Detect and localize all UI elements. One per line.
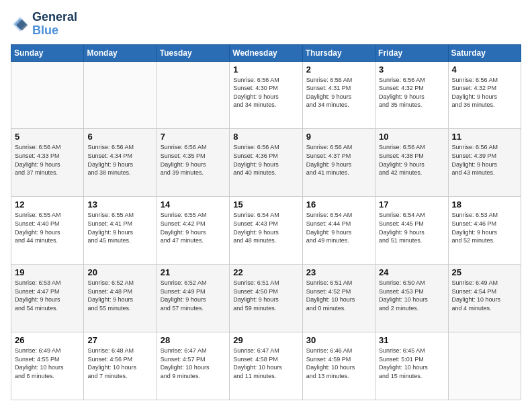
day-cell-12: 12Sunrise: 6:55 AM Sunset: 4:40 PM Dayli… <box>11 197 84 265</box>
day-cell-6: 6Sunrise: 6:56 AM Sunset: 4:34 PM Daylig… <box>84 129 157 197</box>
day-info-22: Sunrise: 6:51 AM Sunset: 4:50 PM Dayligh… <box>233 279 298 312</box>
day-cell-27: 27Sunrise: 6:48 AM Sunset: 4:56 PM Dayli… <box>84 332 157 400</box>
day-cell-17: 17Sunrise: 6:54 AM Sunset: 4:45 PM Dayli… <box>375 197 448 265</box>
day-number-22: 22 <box>233 267 298 277</box>
day-number-13: 13 <box>87 199 152 210</box>
day-number-11: 11 <box>452 132 517 142</box>
day-number-29: 29 <box>233 335 298 345</box>
empty-cell <box>448 332 521 400</box>
empty-cell <box>11 61 84 129</box>
day-number-20: 20 <box>87 267 152 277</box>
day-cell-9: 9Sunrise: 6:56 AM Sunset: 4:37 PM Daylig… <box>302 129 375 197</box>
weekday-header-wednesday: Wednesday <box>230 44 302 61</box>
day-cell-5: 5Sunrise: 6:56 AM Sunset: 4:33 PM Daylig… <box>11 129 84 197</box>
weekday-header-saturday: Saturday <box>448 44 521 61</box>
day-number-23: 23 <box>306 267 371 277</box>
day-info-3: Sunrise: 6:56 AM Sunset: 4:32 PM Dayligh… <box>379 76 444 109</box>
day-cell-11: 11Sunrise: 6:56 AM Sunset: 4:39 PM Dayli… <box>448 129 521 197</box>
day-info-26: Sunrise: 6:49 AM Sunset: 4:55 PM Dayligh… <box>15 347 80 380</box>
day-number-8: 8 <box>233 132 298 142</box>
day-info-6: Sunrise: 6:56 AM Sunset: 4:34 PM Dayligh… <box>87 143 152 177</box>
day-info-16: Sunrise: 6:54 AM Sunset: 4:44 PM Dayligh… <box>306 211 371 244</box>
week-row-1: 1Sunrise: 6:56 AM Sunset: 4:30 PM Daylig… <box>11 61 521 129</box>
day-number-2: 2 <box>306 64 371 75</box>
day-cell-26: 26Sunrise: 6:49 AM Sunset: 4:55 PM Dayli… <box>11 332 84 400</box>
day-info-11: Sunrise: 6:56 AM Sunset: 4:39 PM Dayligh… <box>452 143 517 177</box>
day-info-20: Sunrise: 6:52 AM Sunset: 4:48 PM Dayligh… <box>87 279 152 312</box>
day-cell-25: 25Sunrise: 6:49 AM Sunset: 4:54 PM Dayli… <box>448 265 521 332</box>
day-number-1: 1 <box>233 64 298 75</box>
day-number-25: 25 <box>452 267 517 277</box>
day-info-10: Sunrise: 6:56 AM Sunset: 4:38 PM Dayligh… <box>379 143 444 177</box>
day-cell-18: 18Sunrise: 6:53 AM Sunset: 4:46 PM Dayli… <box>448 197 521 265</box>
day-number-4: 4 <box>452 64 517 75</box>
day-number-15: 15 <box>233 199 298 210</box>
weekday-header-monday: Monday <box>84 44 157 61</box>
day-cell-23: 23Sunrise: 6:51 AM Sunset: 4:52 PM Dayli… <box>302 265 375 332</box>
day-info-30: Sunrise: 6:46 AM Sunset: 4:59 PM Dayligh… <box>306 347 371 380</box>
day-number-3: 3 <box>379 64 444 75</box>
week-row-2: 5Sunrise: 6:56 AM Sunset: 4:33 PM Daylig… <box>11 129 521 197</box>
day-number-18: 18 <box>452 199 517 210</box>
day-cell-7: 7Sunrise: 6:56 AM Sunset: 4:35 PM Daylig… <box>157 129 229 197</box>
day-info-4: Sunrise: 6:56 AM Sunset: 4:32 PM Dayligh… <box>452 76 517 109</box>
day-cell-19: 19Sunrise: 6:53 AM Sunset: 4:47 PM Dayli… <box>11 265 84 332</box>
day-cell-21: 21Sunrise: 6:52 AM Sunset: 4:49 PM Dayli… <box>157 265 229 332</box>
day-cell-2: 2Sunrise: 6:56 AM Sunset: 4:31 PM Daylig… <box>302 61 375 129</box>
day-cell-4: 4Sunrise: 6:56 AM Sunset: 4:32 PM Daylig… <box>448 61 521 129</box>
day-number-12: 12 <box>15 199 80 210</box>
day-cell-30: 30Sunrise: 6:46 AM Sunset: 4:59 PM Dayli… <box>302 332 375 400</box>
day-info-12: Sunrise: 6:55 AM Sunset: 4:40 PM Dayligh… <box>15 211 80 244</box>
day-info-15: Sunrise: 6:54 AM Sunset: 4:43 PM Dayligh… <box>233 211 298 244</box>
logo-text: General Blue <box>32 11 77 38</box>
logo-icon <box>11 15 30 34</box>
day-info-9: Sunrise: 6:56 AM Sunset: 4:37 PM Dayligh… <box>306 143 371 177</box>
day-info-25: Sunrise: 6:49 AM Sunset: 4:54 PM Dayligh… <box>452 279 517 312</box>
day-number-14: 14 <box>161 199 226 210</box>
day-number-5: 5 <box>15 132 80 142</box>
day-number-27: 27 <box>87 335 152 345</box>
day-info-8: Sunrise: 6:56 AM Sunset: 4:36 PM Dayligh… <box>233 143 298 177</box>
day-number-30: 30 <box>306 335 371 345</box>
day-cell-20: 20Sunrise: 6:52 AM Sunset: 4:48 PM Dayli… <box>84 265 157 332</box>
weekday-header-tuesday: Tuesday <box>157 44 229 61</box>
weekday-header-row: SundayMondayTuesdayWednesdayThursdayFrid… <box>11 44 521 61</box>
weekday-header-thursday: Thursday <box>302 44 375 61</box>
calendar-table: SundayMondayTuesdayWednesdayThursdayFrid… <box>11 44 521 400</box>
day-info-18: Sunrise: 6:53 AM Sunset: 4:46 PM Dayligh… <box>452 211 517 244</box>
logo: General Blue <box>11 11 77 38</box>
day-number-21: 21 <box>161 267 226 277</box>
day-cell-29: 29Sunrise: 6:47 AM Sunset: 4:58 PM Dayli… <box>230 332 302 400</box>
day-number-28: 28 <box>161 335 226 345</box>
empty-cell <box>157 61 229 129</box>
weekday-header-friday: Friday <box>375 44 448 61</box>
day-info-14: Sunrise: 6:55 AM Sunset: 4:42 PM Dayligh… <box>161 211 226 244</box>
day-cell-3: 3Sunrise: 6:56 AM Sunset: 4:32 PM Daylig… <box>375 61 448 129</box>
day-info-29: Sunrise: 6:47 AM Sunset: 4:58 PM Dayligh… <box>233 347 298 380</box>
day-info-28: Sunrise: 6:47 AM Sunset: 4:57 PM Dayligh… <box>161 347 226 380</box>
day-cell-8: 8Sunrise: 6:56 AM Sunset: 4:36 PM Daylig… <box>230 129 302 197</box>
day-cell-13: 13Sunrise: 6:55 AM Sunset: 4:41 PM Dayli… <box>84 197 157 265</box>
week-row-5: 26Sunrise: 6:49 AM Sunset: 4:55 PM Dayli… <box>11 332 521 400</box>
day-cell-14: 14Sunrise: 6:55 AM Sunset: 4:42 PM Dayli… <box>157 197 229 265</box>
empty-cell <box>84 61 157 129</box>
header: General Blue <box>11 11 521 38</box>
weekday-header-sunday: Sunday <box>11 44 84 61</box>
day-cell-24: 24Sunrise: 6:50 AM Sunset: 4:53 PM Dayli… <box>375 265 448 332</box>
day-info-2: Sunrise: 6:56 AM Sunset: 4:31 PM Dayligh… <box>306 76 371 109</box>
day-number-16: 16 <box>306 199 371 210</box>
day-cell-31: 31Sunrise: 6:45 AM Sunset: 5:01 PM Dayli… <box>375 332 448 400</box>
day-info-24: Sunrise: 6:50 AM Sunset: 4:53 PM Dayligh… <box>379 279 444 312</box>
day-info-31: Sunrise: 6:45 AM Sunset: 5:01 PM Dayligh… <box>379 347 444 380</box>
day-cell-10: 10Sunrise: 6:56 AM Sunset: 4:38 PM Dayli… <box>375 129 448 197</box>
day-number-17: 17 <box>379 199 444 210</box>
day-info-1: Sunrise: 6:56 AM Sunset: 4:30 PM Dayligh… <box>233 76 298 109</box>
day-number-24: 24 <box>379 267 444 277</box>
day-info-7: Sunrise: 6:56 AM Sunset: 4:35 PM Dayligh… <box>161 143 226 177</box>
day-number-19: 19 <box>15 267 80 277</box>
week-row-4: 19Sunrise: 6:53 AM Sunset: 4:47 PM Dayli… <box>11 265 521 332</box>
day-info-19: Sunrise: 6:53 AM Sunset: 4:47 PM Dayligh… <box>15 279 80 312</box>
day-cell-28: 28Sunrise: 6:47 AM Sunset: 4:57 PM Dayli… <box>157 332 229 400</box>
day-info-23: Sunrise: 6:51 AM Sunset: 4:52 PM Dayligh… <box>306 279 371 312</box>
day-cell-15: 15Sunrise: 6:54 AM Sunset: 4:43 PM Dayli… <box>230 197 302 265</box>
